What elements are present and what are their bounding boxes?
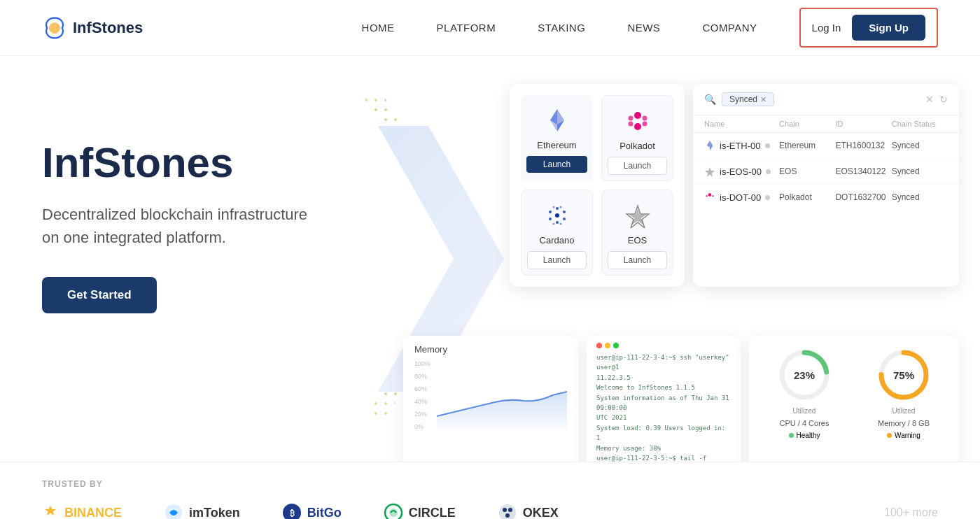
svg-point-13: [556, 207, 559, 210]
polkadot-launch-button[interactable]: Launch: [608, 157, 667, 175]
table-row[interactable]: is-EOS-00 EOS EOS1340122 Synced: [693, 159, 959, 185]
svg-point-18: [563, 218, 566, 220]
svg-point-39: [503, 508, 507, 512]
svg-marker-32: [45, 506, 56, 516]
logo-text: InfStones: [73, 19, 143, 37]
dashboard: Ethereum Launch Polkadot Launch: [510, 84, 959, 287]
trusted-by-label: TRUSTED BY: [42, 479, 938, 489]
node-name-eos: is-EOS-00: [704, 166, 779, 177]
circle-logo: CIRCLE: [384, 503, 456, 519]
node-name-dot: is-DOT-00: [704, 192, 779, 203]
node-status-dot: [765, 195, 770, 200]
nav-staking[interactable]: STAKING: [538, 22, 585, 34]
chain-card-cardano[interactable]: Cardano Launch: [521, 190, 593, 276]
node-status-dot: [765, 143, 770, 148]
terminal-dot-red: [596, 343, 602, 348]
binance-icon: [42, 504, 59, 519]
chain-card-polkadot[interactable]: Polkadot Launch: [601, 95, 673, 181]
memory-ring: 75%: [876, 347, 932, 403]
filter-tag-label: Synced: [729, 94, 757, 104]
main-nav: HOME PLATFORM STAKING NEWS COMPANY: [362, 22, 757, 34]
memory-pct: 75%: [893, 369, 914, 381]
memory-gauge: 75% Utilized Memory / 8 GB Warning: [860, 347, 948, 439]
col-name: Name: [704, 120, 779, 128]
svg-point-37: [389, 509, 398, 517]
imtoken-icon: [164, 503, 183, 519]
col-id: ID: [835, 120, 891, 128]
table-row[interactable]: is-ETH-00 Ethereum ETH1600132 Synced: [693, 133, 959, 159]
svg-point-8: [628, 116, 633, 121]
svg-point-16: [563, 211, 566, 213]
hero-section: InfStones Decentralized blockchain infra…: [0, 56, 980, 462]
filter-close-icon[interactable]: ✕: [760, 95, 766, 104]
memory-labels: 100% 80% 60% 40% 20% 0%: [414, 360, 430, 430]
logo: InfStones: [42, 15, 143, 41]
cpu-ring: 23%: [776, 347, 832, 403]
svg-point-11: [642, 122, 647, 127]
svg-marker-5: [550, 109, 557, 125]
eth-row-icon: [704, 140, 715, 151]
ethereum-label: Ethereum: [537, 140, 576, 150]
eos-icon: [624, 201, 652, 229]
binance-logo: BINANCE: [42, 504, 122, 519]
cpu-gauge: 23% Utilized CPU / 4 Cores Healthy: [760, 347, 848, 439]
signup-button[interactable]: Sign Up: [852, 15, 925, 41]
svg-point-7: [634, 123, 641, 130]
nav-home[interactable]: HOME: [362, 22, 395, 34]
svg-text:₿: ₿: [289, 509, 294, 518]
polkadot-label: Polkadot: [620, 141, 655, 151]
svg-point-22: [559, 223, 561, 225]
auth-area: Log In Sign Up: [799, 8, 938, 48]
chain-card-eos[interactable]: EOS Launch: [601, 190, 673, 276]
chain-card-ethereum[interactable]: Ethereum Launch: [521, 95, 593, 181]
synced-filter-tag[interactable]: Synced ✕: [722, 92, 774, 106]
bottom-panels: Memory 100% 80% 60% 40% 20% 0%: [403, 336, 959, 462]
refresh-icon[interactable]: ↻: [939, 94, 948, 105]
cardano-launch-button[interactable]: Launch: [527, 251, 587, 269]
memory-status: Warning: [887, 432, 920, 439]
node-table-panel: 🔍 Synced ✕ ✕ ↻ Name Chain ID Chain Statu…: [693, 84, 959, 287]
node-name-eth: is-ETH-00: [704, 140, 779, 151]
memory-chart-panel: Memory 100% 80% 60% 40% 20% 0%: [403, 336, 578, 462]
terminal-dots: [596, 343, 731, 348]
cpu-sub: CPU / 4 Cores: [780, 419, 830, 427]
svg-point-14: [556, 221, 559, 224]
ethereum-launch-button[interactable]: Launch: [526, 156, 587, 173]
okex-logo: OKEX: [498, 503, 559, 519]
chain-selector-panel: Ethereum Launch Polkadot Launch: [510, 84, 685, 287]
nav-platform[interactable]: PLATFORM: [437, 22, 496, 34]
chart-svg-area: [437, 360, 567, 430]
nav-company[interactable]: COMPANY: [702, 22, 757, 34]
hero-subtitle: Decentralized blockchain infrastructureo…: [42, 203, 406, 249]
polkadot-icon: [624, 107, 652, 135]
terminal-dot-yellow: [605, 343, 610, 348]
dot-row-icon: [704, 192, 715, 203]
cpu-label: Utilized: [793, 407, 816, 415]
eos-row-icon: [704, 166, 715, 177]
terminal-panel: user@ip-111-22-3-4:~$ ssh "userkey" user…: [587, 336, 741, 462]
col-chain: Chain: [779, 120, 835, 128]
eos-label: EOS: [628, 235, 647, 246]
svg-point-10: [628, 122, 633, 127]
memory-chart-title: Memory: [414, 344, 567, 355]
imtoken-logo: imToken: [164, 503, 240, 519]
get-started-button[interactable]: Get Started: [42, 277, 157, 313]
login-button[interactable]: Log In: [812, 22, 841, 34]
more-brands-text: 100+ more: [884, 506, 938, 519]
circle-icon: [384, 503, 403, 519]
search-icon: 🔍: [704, 94, 716, 105]
nav-news[interactable]: NEWS: [627, 22, 660, 34]
table-row[interactable]: is-DOT-00 Polkadot DOT1632700 Synced: [693, 185, 959, 210]
close-panel-icon[interactable]: ✕: [925, 94, 934, 105]
svg-point-19: [552, 206, 554, 208]
svg-point-25: [708, 193, 711, 196]
cpu-status-dot: [789, 433, 794, 438]
svg-point-27: [712, 195, 714, 197]
terminal-output: user@ip-111-22-3-4:~$ ssh "userkey" user…: [596, 353, 731, 462]
infstones-logo-icon: [42, 15, 67, 41]
ethereum-icon: [543, 106, 571, 134]
svg-point-20: [559, 206, 561, 208]
svg-point-40: [508, 508, 512, 512]
eos-launch-button[interactable]: Launch: [608, 251, 667, 269]
svg-point-9: [642, 116, 647, 121]
